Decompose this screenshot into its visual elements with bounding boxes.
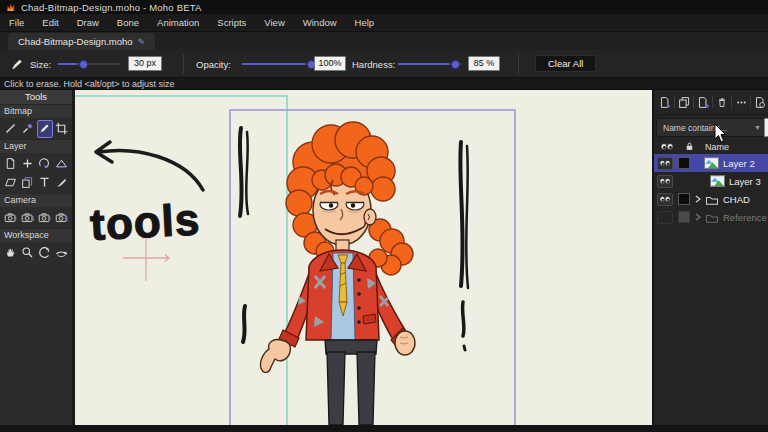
draw-tool-button[interactable] (3, 120, 19, 138)
edit-pencil-icon: ✎ (138, 37, 146, 47)
character-left-hand (260, 340, 290, 373)
layer-color-swatch[interactable] (678, 211, 690, 223)
menu-draw[interactable]: Draw (68, 14, 108, 32)
toolbar-separator (518, 54, 519, 74)
crop-tool-button[interactable] (54, 120, 70, 138)
new-layer-tool-button[interactable] (3, 155, 19, 173)
plus-icon (21, 157, 34, 170)
layer-color-swatch[interactable] (678, 157, 690, 169)
workspace-tool-grid (0, 242, 72, 263)
layer-row-layer-3[interactable]: Layer 3 (654, 172, 768, 190)
rotate-workspace-tool-button[interactable] (37, 244, 53, 262)
hardness-slider[interactable] (398, 63, 462, 65)
brush-tool-button[interactable] (54, 174, 70, 192)
size-label: Size: (30, 59, 51, 70)
orbit-workspace-tool-button[interactable] (54, 244, 70, 262)
more-options-button[interactable] (733, 94, 749, 110)
shear-layer-tool-button[interactable] (3, 174, 19, 192)
layer-row-layer-2[interactable]: Layer 2 (654, 154, 768, 172)
camera-icon (38, 211, 51, 224)
menu-help[interactable]: Help (346, 14, 384, 32)
pan-workspace-tool-button[interactable] (3, 244, 19, 262)
folder-icon (705, 212, 719, 223)
text-tool-button[interactable] (37, 174, 53, 192)
document-tab[interactable]: Chad-Bitmap-Design.moho ✎ (8, 33, 155, 50)
opacity-slider[interactable] (242, 63, 308, 65)
layer-thumbnail (710, 175, 725, 187)
erase-tool-icon (38, 122, 51, 135)
visibility-toggle[interactable] (657, 211, 673, 224)
menu-file[interactable]: File (0, 14, 33, 32)
layer-row-reference[interactable]: Reference (654, 208, 768, 226)
roll-camera-tool-button[interactable] (37, 209, 53, 227)
triangle-icon (55, 157, 68, 170)
layer-filter-input[interactable] (764, 118, 768, 137)
layer-filter-dropdown[interactable]: Name contains... ▼ (656, 118, 766, 137)
menu-bar: File Edit Draw Bone Animation Scripts Vi… (0, 14, 768, 32)
moho-application-window: Chad-Bitmap-Design.moho - Moho BETA File… (0, 0, 768, 432)
rotate-arrow-icon (38, 157, 51, 170)
lock-column-icon (684, 141, 695, 152)
tools-annotation: tools (89, 142, 203, 249)
hardness-input[interactable]: 85 % (468, 56, 500, 71)
track-camera-tool-button[interactable] (3, 209, 19, 227)
clear-all-button[interactable]: Clear All (535, 55, 596, 72)
size-slider[interactable] (58, 63, 120, 65)
opacity-slider-fill (242, 63, 305, 65)
size-slider-fill (58, 63, 77, 65)
menu-edit[interactable]: Edit (33, 14, 67, 32)
tools-panel: Tools Bitmap Layer Camera Workspace (0, 90, 72, 425)
layer-name: Layer 2 (723, 158, 755, 169)
new-layer-button[interactable] (657, 94, 673, 110)
camera-icon (55, 211, 68, 224)
hardness-slider-thumb[interactable] (451, 60, 460, 69)
visibility-toggle[interactable] (657, 175, 673, 188)
camera-icon (4, 211, 17, 224)
expand-chevron-icon[interactable] (694, 195, 702, 203)
layer-script-icon (754, 96, 767, 109)
title-bar: Chad-Bitmap-Design.moho - Moho BETA (0, 0, 768, 14)
layers-panel-toolbar (654, 90, 768, 115)
expand-chevron-icon[interactable] (694, 213, 702, 221)
delete-layer-button[interactable] (714, 94, 730, 110)
menu-bone[interactable]: Bone (108, 14, 148, 32)
layer-color-swatch[interactable] (678, 193, 690, 205)
menu-view[interactable]: View (255, 14, 293, 32)
add-layer-button[interactable] (695, 94, 711, 110)
rotate-layer-tool-button[interactable] (37, 155, 53, 173)
size-slider-thumb[interactable] (79, 60, 88, 69)
character-drawing (260, 122, 415, 425)
erase-tool-button[interactable] (37, 120, 53, 138)
skew-layer-tool-button[interactable] (54, 155, 70, 173)
text-tool-icon (38, 176, 51, 189)
visibility-toggle[interactable] (657, 193, 673, 206)
pan-tilt-camera-tool-button[interactable] (54, 209, 70, 227)
new-layer-icon (659, 96, 672, 109)
toolbar-separator (183, 54, 184, 74)
menu-animation[interactable]: Animation (148, 14, 208, 32)
layer-filter-label: Name contains... (663, 123, 754, 133)
zoom-camera-tool-button[interactable] (20, 209, 36, 227)
eraser-tool-icon (10, 57, 24, 71)
status-hint-text: Click to erase. Hold <alt/opt> to adjust… (4, 79, 175, 89)
folder-icon (705, 194, 719, 205)
size-input[interactable]: 30 px (128, 56, 162, 71)
layer-script-button[interactable] (752, 94, 768, 110)
add-point-tool-button[interactable] (20, 155, 36, 173)
visibility-toggle[interactable] (657, 157, 673, 170)
duplicate-layer-tool-button[interactable] (20, 174, 36, 192)
copy-layers-icon (21, 176, 34, 189)
drawing-canvas[interactable]: tools (75, 90, 652, 425)
opacity-input[interactable]: 100% (314, 56, 346, 71)
duplicate-layer-button[interactable] (676, 94, 692, 110)
zoom-workspace-tool-button[interactable] (20, 244, 36, 262)
bottom-bar (0, 425, 768, 432)
hardness-label: Hardness: (352, 59, 395, 70)
draw-tool-icon (4, 122, 17, 135)
layer-row-chad[interactable]: CHAD (654, 190, 768, 208)
paint-tool-button[interactable] (20, 120, 36, 138)
parallelogram-icon (4, 176, 17, 189)
hardness-slider-fill (398, 63, 449, 65)
menu-scripts[interactable]: Scripts (208, 14, 255, 32)
menu-window[interactable]: Window (294, 14, 346, 32)
